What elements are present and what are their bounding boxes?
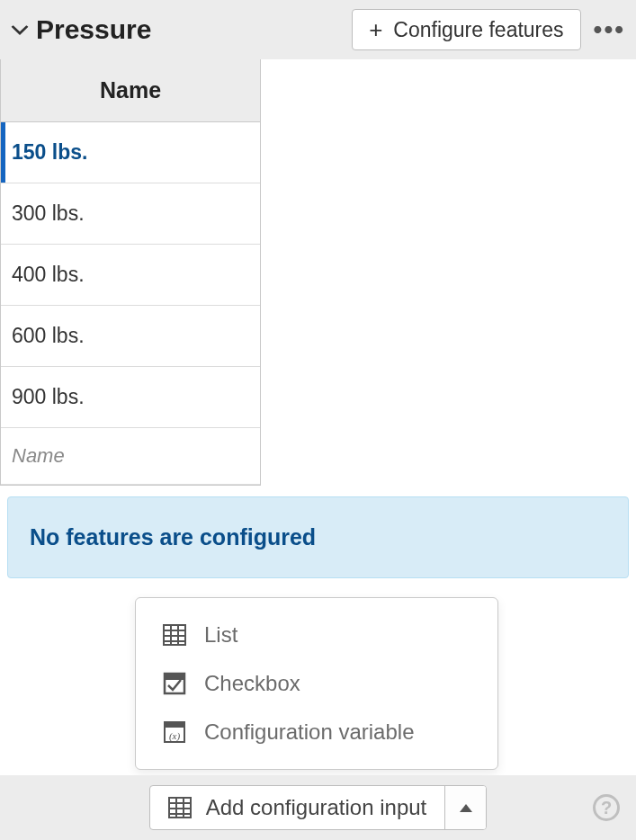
- popup-item-list[interactable]: List: [136, 611, 497, 659]
- row-label: 150 lbs.: [12, 140, 87, 164]
- footer-bar: Add configuration input ?: [0, 775, 636, 840]
- info-banner: No features are configured: [7, 496, 629, 578]
- add-config-input-splitbutton: Add configuration input: [149, 785, 488, 830]
- pressure-table-wrap: Name 150 lbs. 300 lbs. 400 lbs. 600 lbs.…: [0, 59, 636, 486]
- info-banner-text: No features are configured: [30, 524, 316, 550]
- table-row[interactable]: 300 lbs.: [1, 183, 260, 245]
- popup-item-label: Configuration variable: [204, 719, 414, 745]
- row-label: 400 lbs.: [12, 263, 85, 286]
- popup-item-label: Checkbox: [204, 671, 300, 696]
- help-icon: ?: [601, 798, 612, 818]
- ellipsis-icon: •••: [594, 15, 625, 43]
- new-row-placeholder: Name: [12, 444, 65, 467]
- row-label: 300 lbs.: [12, 201, 85, 225]
- table-row[interactable]: 600 lbs.: [1, 306, 260, 367]
- row-label: 600 lbs.: [12, 324, 85, 347]
- column-header-name[interactable]: Name: [1, 59, 260, 122]
- popup-item-config-variable[interactable]: (x) Configuration variable: [136, 708, 497, 756]
- table-row[interactable]: 400 lbs.: [1, 245, 260, 306]
- help-button[interactable]: ?: [593, 794, 620, 821]
- svg-rect-7: [165, 674, 184, 680]
- section-header: Pressure + Configure features •••: [0, 0, 636, 59]
- popup-item-label: List: [204, 622, 237, 648]
- svg-text:(x): (x): [169, 730, 181, 742]
- chevron-down-icon: [11, 24, 28, 35]
- section-toggle[interactable]: Pressure: [13, 14, 352, 45]
- checkbox-icon: [161, 670, 188, 697]
- new-row-input[interactable]: Name: [1, 428, 260, 485]
- table-row[interactable]: 900 lbs.: [1, 367, 260, 428]
- add-config-input-label: Add configuration input: [206, 795, 427, 820]
- configure-features-label: Configure features: [393, 18, 563, 42]
- caret-up-icon: [460, 804, 472, 812]
- popup-item-checkbox[interactable]: Checkbox: [136, 659, 497, 708]
- more-menu-button[interactable]: •••: [592, 15, 627, 44]
- variable-icon: (x): [161, 719, 188, 746]
- row-label: 900 lbs.: [12, 385, 85, 408]
- configure-features-button[interactable]: + Configure features: [352, 9, 580, 50]
- pressure-table: Name 150 lbs. 300 lbs. 400 lbs. 600 lbs.…: [0, 59, 261, 486]
- table-icon: [168, 797, 192, 818]
- table-row[interactable]: 150 lbs.: [1, 122, 260, 183]
- section-title: Pressure: [36, 14, 151, 45]
- add-config-input-dropdown[interactable]: [444, 786, 486, 829]
- table-icon: [161, 621, 188, 648]
- input-type-popup: List Checkbox (x) Configuration variable: [135, 597, 498, 770]
- plus-icon: +: [369, 18, 382, 41]
- add-config-input-button[interactable]: Add configuration input: [150, 786, 445, 829]
- svg-rect-9: [165, 722, 184, 728]
